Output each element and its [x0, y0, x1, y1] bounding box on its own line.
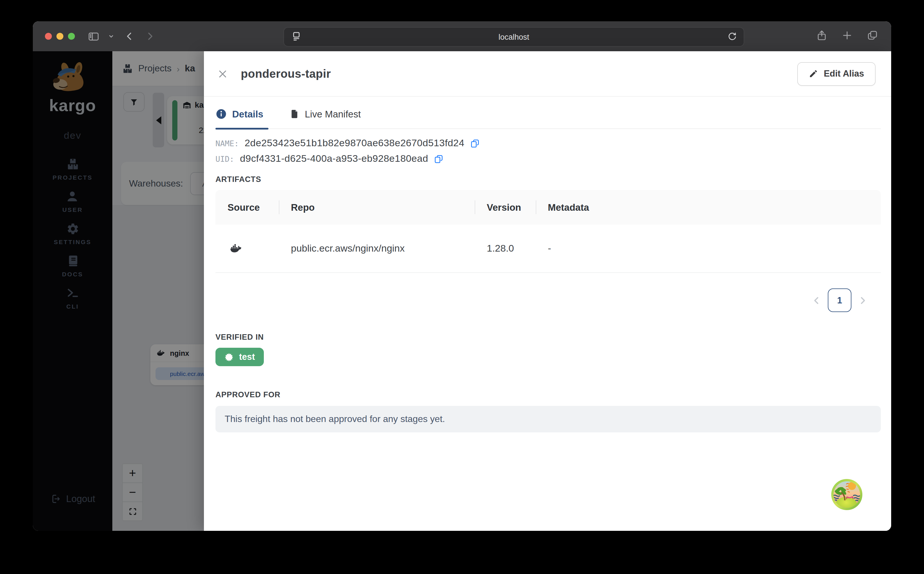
- freight-metadata: NAME: 2de253423e51b1b82e9870ae638e2670d5…: [215, 137, 881, 165]
- column-header-source: Source: [215, 202, 279, 213]
- tab-details[interactable]: Details: [215, 108, 263, 120]
- new-tab-icon[interactable]: [841, 29, 853, 41]
- table-row[interactable]: public.ecr.aws/nginx/nginx 1.28.0 -: [215, 224, 881, 273]
- seal-icon: [224, 352, 234, 362]
- reload-icon[interactable]: [727, 30, 738, 42]
- verified-in-heading: VERIFIED IN: [215, 333, 881, 341]
- chevron-down-icon[interactable]: [104, 29, 118, 43]
- artifacts-table-header: Source Repo Version Metadata: [215, 190, 881, 224]
- repo-cell: public.ecr.aws/nginx/nginx: [279, 243, 475, 254]
- edit-alias-button[interactable]: Edit Alias: [797, 62, 876, 85]
- column-header-repo: Repo: [279, 202, 475, 213]
- info-circle-icon: [215, 108, 227, 120]
- verified-stage-badge[interactable]: test: [215, 348, 264, 366]
- uid-row: UID: d9cf4331-d625-400a-a953-eb928e180ea…: [215, 153, 881, 165]
- artifacts-heading: ARTIFACTS: [215, 175, 881, 184]
- share-icon[interactable]: [816, 29, 828, 41]
- column-header-version: Version: [475, 202, 536, 213]
- drawer-header: ponderous-tapir Edit Alias: [204, 51, 891, 97]
- docker-icon: [230, 242, 243, 255]
- file-icon: [290, 108, 300, 120]
- active-tab-indicator: [215, 128, 269, 129]
- tropical-island-badge[interactable]: [831, 478, 863, 511]
- edit-alias-label: Edit Alias: [824, 68, 864, 79]
- prev-page-icon[interactable]: [812, 296, 820, 305]
- version-cell: 1.28.0: [475, 243, 536, 254]
- url-text: localhost: [499, 33, 529, 41]
- approved-empty-message: This freight has not been approved for a…: [215, 406, 881, 432]
- name-value: 2de253423e51b1b82e9870ae638e2670d513fd24: [245, 137, 464, 149]
- address-bar[interactable]: localhost: [283, 27, 744, 47]
- pencil-icon: [809, 69, 818, 78]
- pagination: 1: [215, 289, 881, 312]
- window-content: kargo dev PROJECTS: [33, 51, 891, 531]
- page-number-button[interactable]: 1: [828, 289, 851, 312]
- freight-details-drawer: ponderous-tapir Edit Alias: [204, 51, 891, 531]
- source-cell: [215, 242, 279, 255]
- back-button[interactable]: [123, 29, 136, 43]
- copy-icon[interactable]: [470, 139, 480, 148]
- tab-live-manifest[interactable]: Live Manifest: [290, 108, 361, 120]
- toolbar-right: [816, 29, 878, 41]
- tab-overview-icon[interactable]: [866, 29, 878, 41]
- forward-button[interactable]: [143, 29, 157, 43]
- browser-window: localhost: [33, 21, 891, 531]
- freight-alias-title: ponderous-tapir: [241, 67, 331, 80]
- minimize-window-button[interactable]: [57, 33, 63, 40]
- close-icon[interactable]: [216, 68, 228, 79]
- drawer-body: Details Live Manifest: [204, 108, 891, 432]
- zoom-window-button[interactable]: [68, 33, 75, 40]
- name-row: NAME: 2de253423e51b1b82e9870ae638e2670d5…: [215, 137, 881, 149]
- tab-label: Details: [232, 109, 263, 120]
- tab-label: Live Manifest: [305, 109, 361, 120]
- reader-view-icon[interactable]: [290, 30, 302, 43]
- artifacts-table: Source Repo Version Metadata: [215, 190, 881, 273]
- approved-for-heading: APPROVED FOR: [215, 390, 881, 399]
- copy-icon[interactable]: [434, 154, 444, 164]
- uid-value: d9cf4331-d625-400a-a953-eb928e180ead: [240, 153, 428, 165]
- column-header-metadata: Metadata: [536, 202, 881, 213]
- close-window-button[interactable]: [45, 33, 52, 40]
- uid-label: UID:: [215, 154, 234, 164]
- screen: localhost: [0, 0, 924, 574]
- name-label: NAME:: [215, 139, 239, 148]
- traffic-lights: [45, 33, 75, 40]
- verified-stages: test: [215, 348, 881, 366]
- metadata-cell: -: [536, 243, 881, 254]
- sidebar-toggle-icon[interactable]: [87, 29, 100, 43]
- browser-titlebar: localhost: [33, 21, 891, 52]
- verified-stage-name: test: [239, 352, 255, 362]
- drawer-tabs: Details Live Manifest: [215, 108, 881, 129]
- next-page-icon[interactable]: [859, 296, 867, 305]
